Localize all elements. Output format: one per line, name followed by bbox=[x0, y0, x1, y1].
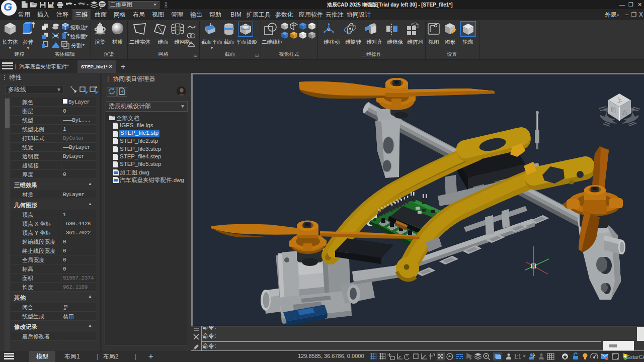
svg-text:!: ! bbox=[606, 357, 606, 360]
svg-text:1:1: 1:1 bbox=[514, 354, 521, 359]
svg-text:二维草图: 二维草图 bbox=[110, 2, 132, 8]
